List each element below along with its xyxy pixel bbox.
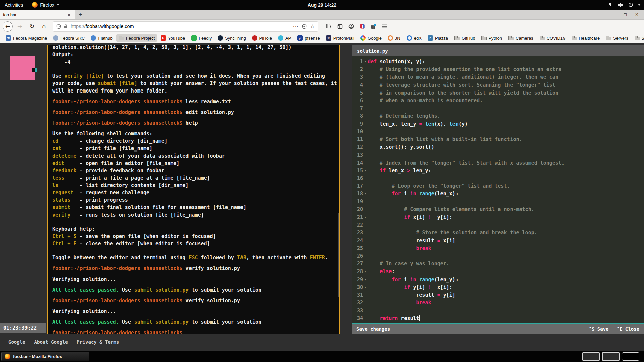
new-tab-button[interactable]: + — [75, 10, 86, 19]
activities-button[interactable]: Activities — [5, 2, 23, 8]
bookmark-healthcare[interactable]: Healthcare — [569, 34, 602, 42]
foobar-terminal[interactable]: solution.solution([14, 27, 1, 4, 2, 50, … — [47, 45, 340, 334]
clock[interactable]: Aug 29 14:22 — [308, 2, 336, 8]
line-number: 24 — [352, 237, 363, 245]
reload-button[interactable]: ↻ — [27, 21, 37, 32]
fold-gutter — [363, 315, 368, 322]
fold-arrow-icon[interactable]: ▾ — [363, 284, 368, 291]
code-text: # in comparison to the shorter list will… — [368, 89, 558, 97]
bookmark-pfsense[interactable]: pfpfsense — [295, 34, 322, 42]
challenge-timer: 01:23:39:22 — [0, 323, 46, 333]
gnome-top-bar: Activities Firefox Aug 29 14:22 — [0, 0, 644, 10]
container-extension-icon[interactable] — [360, 24, 365, 29]
fold-gutter — [363, 89, 368, 97]
bookmark-feedly[interactable]: Feedly — [189, 34, 214, 42]
terminal-line: request - request new challenge — [52, 189, 335, 196]
network-icon — [608, 2, 613, 8]
bookmark-youtube[interactable]: ▶YouTube — [158, 34, 187, 42]
fold-arrow-icon[interactable]: ▾ — [363, 214, 368, 221]
bookmark-fedora-project[interactable]: Fedora Project — [116, 34, 157, 42]
editor-file-tab[interactable]: solution.py — [352, 45, 644, 56]
favicon-icon: ▶ — [161, 35, 166, 41]
editor-line: 24 result = x[i] — [352, 237, 644, 245]
code-editor-panel: solution.py 1▾def solution(x, y):2 # Usi… — [352, 45, 644, 334]
code-text: if x[i] != y[i]: — [368, 214, 452, 221]
editor-line: 30▾ if y[i] != x[i]: — [352, 284, 644, 291]
window-minimize-button[interactable]: – — [613, 12, 615, 17]
taskbar: foo.bar - Mozilla Firefox — [0, 351, 644, 362]
bookmark-fedora-magazine[interactable]: FMFedora Magazine — [3, 34, 49, 42]
fold-arrow-icon[interactable]: ▾ — [363, 58, 368, 66]
line-number: 3 — [352, 73, 363, 81]
editor-code-area[interactable]: 1▾def solution(x, y):2 # Using the provi… — [352, 56, 644, 323]
fold-gutter — [363, 97, 368, 105]
url-bar[interactable]: https://foobar.withgoogle.com ⋯ ☆ — [53, 21, 318, 32]
system-tray[interactable] — [608, 2, 641, 8]
back-button[interactable]: ← — [3, 21, 13, 32]
tab-foobar[interactable]: foo.bar ✕ — [0, 10, 75, 19]
window-maximize-button[interactable]: ◻ — [623, 12, 627, 17]
bookmark-label: JN — [395, 36, 400, 41]
bookmark--[interactable]: $ — [632, 34, 644, 42]
workspace-2[interactable] — [602, 352, 620, 361]
bookmark-python[interactable]: Python — [479, 34, 504, 42]
lock-icon[interactable] — [64, 24, 68, 29]
terminal-scrollbar[interactable] — [338, 213, 339, 297]
bookmark-star-icon[interactable]: ☆ — [310, 23, 315, 29]
fold-gutter — [363, 136, 368, 143]
bookmark-fedora-src[interactable]: Fedora SRC — [51, 34, 87, 42]
fold-arrow-icon[interactable]: ▾ — [363, 268, 368, 276]
page-actions-icon[interactable]: ⋯ — [293, 23, 298, 29]
workspace-3[interactable] — [622, 352, 639, 361]
bookmark-servers[interactable]: Servers — [603, 34, 631, 42]
bookmark-github[interactable]: GitHub — [452, 34, 477, 42]
bookmark-pihole[interactable]: PiHole — [250, 34, 274, 42]
code-text: # (taken to mean a single, additional) i… — [368, 73, 558, 81]
bookmark-ap[interactable]: AP — [276, 34, 293, 42]
fold-arrow-icon[interactable]: ▾ — [363, 167, 368, 175]
forward-button[interactable]: → — [15, 21, 25, 32]
app-menu-label: Firefox — [40, 2, 54, 8]
bookmark-google[interactable]: GGoogle — [358, 34, 384, 42]
bookmark-label: pfsense — [305, 36, 320, 41]
sidebar-icon[interactable] — [337, 24, 343, 29]
account-icon[interactable] — [348, 24, 354, 29]
bookmark-syncthing[interactable]: SyncThing — [215, 34, 248, 42]
folder-icon — [454, 35, 460, 41]
tracking-shield-icon[interactable] — [56, 24, 61, 29]
workspace-1[interactable] — [582, 352, 600, 361]
bookmark-piazza[interactable]: PPiazza — [425, 34, 450, 42]
hamburger-menu-icon[interactable] — [382, 24, 387, 29]
line-number: 10 — [352, 128, 363, 136]
favicon-icon — [278, 35, 283, 41]
fold-arrow-icon[interactable]: ▾ — [363, 276, 368, 284]
editor-line: 25 break — [352, 245, 644, 252]
shield-check-icon[interactable] — [302, 24, 307, 29]
code-text: # In case y was longer. — [368, 260, 449, 268]
bookmark-covid19[interactable]: COVID19 — [537, 34, 568, 42]
bookmark-cameras[interactable]: Cameras — [506, 34, 536, 42]
line-number: 25 — [352, 245, 363, 252]
fold-arrow-icon[interactable]: ▾ — [363, 190, 368, 198]
bookmark-edx[interactable]: edX — [404, 34, 424, 42]
firefox-app-menu[interactable]: Firefox — [32, 2, 59, 8]
tab-close-icon[interactable]: ✕ — [66, 12, 72, 18]
bookmark-jn[interactable]: JN — [385, 34, 403, 42]
bookmark-label: Fedora SRC — [60, 36, 85, 41]
line-number: 29 — [352, 276, 363, 284]
bookmark-protonmail[interactable]: ✉ProtonMail — [324, 34, 357, 42]
line-number: 9 — [352, 120, 363, 128]
bookmark-flathub[interactable]: Flathub — [88, 34, 115, 42]
extensions-gift-icon[interactable] — [371, 24, 376, 29]
footer-link-google[interactable]: Google — [8, 339, 25, 345]
footer-link-about-google[interactable]: About Google — [34, 339, 68, 345]
line-number: 11 — [352, 136, 363, 143]
home-button[interactable]: ⌂ — [39, 21, 49, 32]
taskbar-window-button[interactable]: foo.bar - Mozilla Firefox — [1, 352, 89, 361]
bookmarks-bar: FMFedora MagazineFedora SRCFlathubFedora… — [0, 33, 644, 43]
window-close-button[interactable]: ✕ — [635, 12, 639, 17]
folder-icon — [481, 35, 486, 41]
footer-link-privacy-terms[interactable]: Privacy & Terms — [77, 339, 119, 345]
editor-line: 22 — [352, 221, 644, 229]
library-icon[interactable] — [326, 24, 332, 29]
